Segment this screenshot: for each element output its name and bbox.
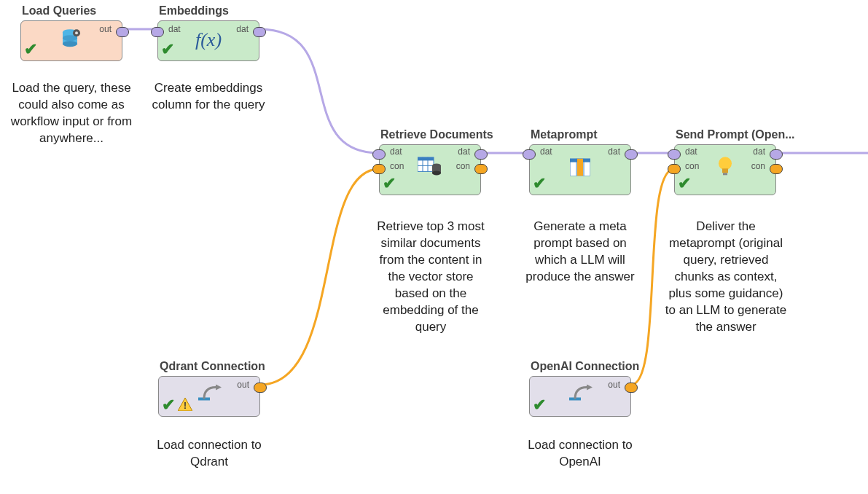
port-label-dat-in: dat bbox=[540, 146, 552, 157]
node-openai-connection[interactable]: OpenAI Connection out ✔ bbox=[529, 360, 631, 417]
node-body: dat dat ✔ f(x) bbox=[157, 20, 259, 61]
status-check-icon: ✔ bbox=[678, 174, 691, 193]
port-label-dat-out: dat bbox=[753, 146, 765, 157]
port-out-con[interactable] bbox=[474, 164, 488, 174]
node-title: Qdrant Connection bbox=[158, 360, 282, 373]
node-retrieve-documents[interactable]: Retrieve Documents dat con dat con ✔ bbox=[379, 128, 481, 195]
database-gear-icon bbox=[60, 26, 83, 52]
connection-arrow-icon bbox=[197, 385, 222, 407]
node-desc-embeddings: Create embeddings column for the query bbox=[150, 80, 267, 114]
port-in-con[interactable] bbox=[372, 164, 386, 174]
node-embeddings[interactable]: Embeddings dat dat ✔ f(x) bbox=[157, 4, 259, 61]
node-body: dat con dat con ✔ bbox=[379, 144, 481, 195]
status-check-icon: ✔ bbox=[383, 174, 396, 193]
node-title: Send Prompt (Open... bbox=[674, 128, 798, 141]
status-check-icon: ✔ bbox=[24, 40, 37, 59]
port-label-dat-in: dat bbox=[685, 146, 697, 157]
node-desc-retrieve-documents: Retrieve top 3 most similar documents fr… bbox=[370, 219, 491, 336]
port-label-dat-in: dat bbox=[390, 146, 402, 157]
table-database-icon bbox=[418, 157, 442, 180]
port-out-dat[interactable] bbox=[253, 27, 266, 37]
node-body: out ✔ bbox=[20, 20, 122, 61]
status-check-icon: ✔ bbox=[533, 174, 546, 193]
port-label-out: out bbox=[237, 380, 249, 390]
port-out-con[interactable] bbox=[625, 383, 638, 393]
svg-rect-21 bbox=[723, 173, 727, 175]
port-out-dat[interactable] bbox=[474, 149, 488, 160]
node-body: dat dat ✔ bbox=[529, 144, 631, 195]
node-desc-metaprompt: Generate a meta prompt based on which a … bbox=[517, 219, 643, 286]
svg-marker-25 bbox=[587, 385, 593, 391]
port-label-con-in: con bbox=[390, 161, 404, 171]
svg-marker-24 bbox=[216, 385, 222, 391]
port-out-dat[interactable] bbox=[625, 149, 638, 160]
status-warning-icon: ! bbox=[178, 398, 192, 415]
port-in-dat[interactable] bbox=[151, 27, 164, 37]
port-in-dat[interactable] bbox=[668, 149, 681, 160]
port-label-dat-out: dat bbox=[608, 146, 620, 157]
svg-rect-20 bbox=[722, 168, 728, 173]
node-desc-qdrant-connection: Load connection to Qdrant bbox=[146, 437, 273, 471]
port-in-dat[interactable] bbox=[523, 149, 536, 160]
connection-arrow-icon bbox=[568, 385, 593, 407]
table-column-icon bbox=[570, 159, 590, 179]
node-desc-send-prompt: Deliver the metaprompt (original query, … bbox=[665, 219, 787, 336]
node-desc-load-queries: Load the query, these could also come as… bbox=[7, 80, 136, 147]
svg-rect-7 bbox=[418, 157, 434, 160]
lightbulb-icon bbox=[716, 156, 734, 181]
port-label-dat-out: dat bbox=[458, 146, 470, 157]
node-metaprompt[interactable]: Metaprompt dat dat ✔ bbox=[529, 128, 631, 195]
svg-point-5 bbox=[75, 31, 78, 34]
svg-point-2 bbox=[63, 41, 77, 47]
svg-point-19 bbox=[719, 157, 732, 170]
node-body: dat con dat con ✔ bbox=[674, 144, 776, 195]
node-desc-openai-connection: Load connection to OpenAI bbox=[517, 437, 643, 471]
node-title: Retrieve Documents bbox=[379, 128, 503, 141]
port-out-dat[interactable] bbox=[116, 27, 129, 37]
svg-rect-16 bbox=[577, 159, 583, 176]
port-label-con-in: con bbox=[685, 161, 699, 171]
port-in-con[interactable] bbox=[668, 164, 681, 174]
port-out-con[interactable] bbox=[770, 164, 783, 174]
workflow-canvas: Load Queries out ✔ Load the query, these… bbox=[0, 0, 868, 494]
node-title: Embeddings bbox=[157, 4, 259, 17]
svg-text:!: ! bbox=[184, 401, 187, 411]
function-fx-icon: f(x) bbox=[195, 29, 222, 51]
status-check-icon: ✔ bbox=[162, 396, 175, 415]
node-body: out ✔ ! bbox=[158, 376, 260, 417]
port-label-con-out: con bbox=[456, 161, 470, 171]
port-label-out: out bbox=[99, 24, 112, 34]
port-out-dat[interactable] bbox=[770, 149, 783, 160]
node-title: Load Queries bbox=[20, 4, 122, 17]
port-label-dat-out: dat bbox=[236, 24, 249, 34]
port-out-con[interactable] bbox=[254, 383, 267, 393]
status-check-icon: ✔ bbox=[161, 40, 174, 59]
node-title: OpenAI Connection bbox=[529, 360, 653, 373]
node-send-prompt[interactable]: Send Prompt (Open... dat con dat con ✔ bbox=[674, 128, 776, 195]
port-label-dat-in: dat bbox=[168, 24, 181, 34]
node-title: Metaprompt bbox=[529, 128, 631, 141]
node-body: out ✔ bbox=[529, 376, 631, 417]
port-label-con-out: con bbox=[751, 161, 765, 171]
svg-point-13 bbox=[432, 170, 441, 175]
node-load-queries[interactable]: Load Queries out ✔ bbox=[20, 4, 122, 61]
node-qdrant-connection[interactable]: Qdrant Connection out ✔ ! bbox=[158, 360, 260, 417]
port-in-dat[interactable] bbox=[372, 149, 386, 160]
status-check-icon: ✔ bbox=[533, 396, 546, 415]
port-label-out: out bbox=[608, 380, 620, 390]
